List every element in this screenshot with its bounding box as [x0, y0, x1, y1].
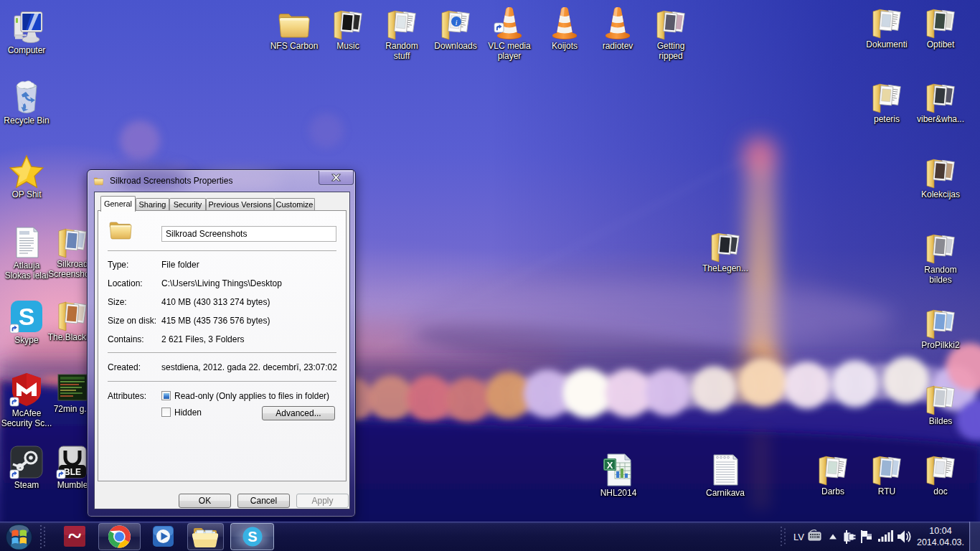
svg-text:X: X: [607, 460, 613, 471]
svg-text:~: ~: [68, 522, 81, 549]
svg-text:S: S: [19, 303, 35, 330]
svg-text:10:04: 10:04: [929, 526, 951, 536]
svg-text:S: S: [248, 529, 257, 545]
svg-text:BLE: BLE: [64, 467, 81, 477]
svg-text:LV: LV: [793, 532, 804, 542]
svg-text:2014.04.03.: 2014.04.03.: [917, 537, 964, 547]
svg-text:i: i: [455, 18, 457, 27]
